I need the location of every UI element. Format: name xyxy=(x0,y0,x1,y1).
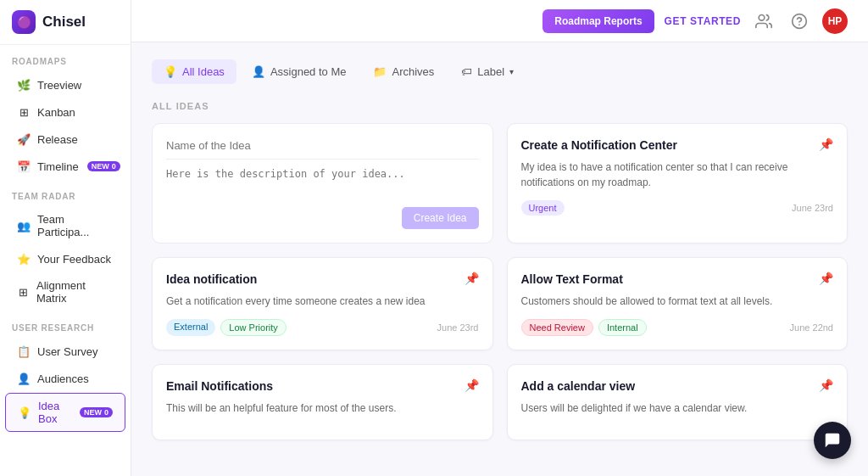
card-tags: Need Review Internal xyxy=(521,319,647,336)
release-icon: 🚀 xyxy=(17,132,31,146)
sidebar-item-kanban[interactable]: ⊞ Kanban xyxy=(5,99,125,125)
card-title: Idea notification xyxy=(166,272,257,287)
sidebar-item-timeline[interactable]: 📅 Timeline NEW 0 xyxy=(5,154,125,179)
idea-desc-input[interactable] xyxy=(166,160,479,193)
card-idea-notification: Idea notification 📌 Get a notification e… xyxy=(152,257,493,350)
card-header: Allow Text Format 📌 xyxy=(521,272,834,287)
card-header: Add a calendar view 📌 xyxy=(521,378,834,394)
roadmap-reports-button[interactable]: Roadmap Reports xyxy=(542,9,654,33)
treeview-icon: 🌿 xyxy=(17,78,31,92)
idea-name-input[interactable] xyxy=(166,139,479,160)
card-footer: External Low Priority June 23rd xyxy=(166,319,479,336)
label-icon: 🏷 xyxy=(461,65,472,78)
card-header: Email Notifications 📌 xyxy=(166,378,479,394)
tab-label[interactable]: 🏷 Label ▾ xyxy=(449,59,526,84)
card-date: June 23rd xyxy=(792,203,833,213)
app-name: Chisel xyxy=(42,14,86,31)
logo-icon: 🟣 xyxy=(12,10,36,34)
assigned-icon: 👤 xyxy=(252,65,265,78)
sidebar-item-label: Timeline xyxy=(37,160,79,173)
sidebar-item-alignment-matrix[interactable]: ⊞ Alignment Matrix xyxy=(5,273,125,311)
card-title: Allow Text Format xyxy=(521,272,623,287)
pin-icon[interactable]: 📌 xyxy=(465,272,479,285)
alignment-matrix-icon: ⊞ xyxy=(17,285,30,299)
logo-area: 🟣 Chisel xyxy=(0,0,131,45)
section-label-roadmaps: ROADMAPS xyxy=(0,45,131,71)
pin-icon[interactable]: 📌 xyxy=(819,137,833,151)
sidebar-item-label: Treeview xyxy=(37,79,81,92)
section-label-team-radar: TEAM RADAR xyxy=(0,180,131,206)
sidebar-item-your-feedback[interactable]: ⭐ Your Feedback xyxy=(5,246,125,272)
sidebar-item-label: Idea Box xyxy=(38,400,71,425)
card-footer: Need Review Internal June 22nd xyxy=(521,319,834,336)
pin-icon[interactable]: 📌 xyxy=(819,272,833,285)
sidebar-item-label: Your Feedback xyxy=(37,253,111,266)
card-header: Idea notification 📌 xyxy=(166,272,479,287)
card-email-notifications: Email Notifications 📌 This will be an he… xyxy=(152,364,493,440)
tag-need-review: Need Review xyxy=(521,319,593,336)
tag-low-priority: Low Priority xyxy=(220,319,286,336)
audiences-icon: 👤 xyxy=(17,372,31,385)
sidebar-item-label: Team Participa... xyxy=(37,213,114,238)
sidebar-item-team-participation[interactable]: 👥 Team Participa... xyxy=(5,207,125,244)
tab-all-ideas[interactable]: 💡 All Ideas xyxy=(152,59,236,84)
timeline-icon: 📅 xyxy=(17,160,31,173)
card-tags: Urgent xyxy=(521,200,565,216)
tab-bar: 💡 All Ideas 👤 Assigned to Me 📁 Archives … xyxy=(152,59,848,84)
main-area: Roadmap Reports GET STARTED HP 💡 All Ide… xyxy=(131,0,868,476)
card-date: June 23rd xyxy=(437,322,479,333)
users-icon-button[interactable] xyxy=(751,8,776,34)
help-icon-button[interactable] xyxy=(787,8,812,34)
sidebar-item-idea-box[interactable]: 💡 Idea Box NEW 0 xyxy=(5,393,125,432)
card-title: Create a Notification Center xyxy=(521,137,677,153)
archives-icon: 📁 xyxy=(373,65,387,78)
card-title: Email Notifications xyxy=(166,378,273,394)
idea-box-icon: 💡 xyxy=(18,406,31,419)
tag-internal: Internal xyxy=(598,319,647,336)
sidebar-item-release[interactable]: 🚀 Release xyxy=(5,126,125,152)
card-description: This will be an helpful feature for most… xyxy=(166,400,479,416)
card-description: My idea is to have a notification center… xyxy=(521,160,834,190)
tab-assigned-to-me[interactable]: 👤 Assigned to Me xyxy=(240,59,359,84)
section-label: ALL IDEAS xyxy=(152,101,848,111)
create-idea-button[interactable]: Create Idea xyxy=(402,207,479,229)
sidebar-item-treeview[interactable]: 🌿 Treeview xyxy=(5,72,125,98)
tag-external: External xyxy=(166,319,215,336)
card-calendar-view: Add a calendar view 📌 Users will be deli… xyxy=(507,364,849,440)
cards-grid: Create Idea Create a Notification Center… xyxy=(152,123,848,440)
card-date: June 22nd xyxy=(790,322,833,333)
sidebar-item-label: User Survey xyxy=(37,345,98,358)
card-allow-text-format: Allow Text Format 📌 Customers should be … xyxy=(507,257,849,350)
card-create-notification-center: Create a Notification Center 📌 My idea i… xyxy=(507,123,849,244)
sidebar-item-audiences[interactable]: 👤 Audiences xyxy=(5,366,125,391)
avatar[interactable]: HP xyxy=(822,8,848,34)
chat-bubble-button[interactable] xyxy=(814,422,851,459)
card-title: Add a calendar view xyxy=(521,378,636,394)
help-icon xyxy=(791,13,808,30)
card-description: Get a notification every time someone cr… xyxy=(166,294,479,309)
content-area: 💡 All Ideas 👤 Assigned to Me 📁 Archives … xyxy=(131,42,868,476)
create-idea-card: Create Idea xyxy=(152,123,493,244)
sidebar-item-label: Audiences xyxy=(37,372,89,385)
pin-icon[interactable]: 📌 xyxy=(465,378,479,392)
users-icon xyxy=(755,13,772,30)
card-description: Users will be delighted if we have a cal… xyxy=(521,400,834,416)
get-started-button[interactable]: GET STARTED xyxy=(665,15,741,27)
timeline-badge: NEW 0 xyxy=(87,161,120,171)
kanban-icon: ⊞ xyxy=(17,105,31,119)
sidebar: 🟣 Chisel ROADMAPS 🌿 Treeview ⊞ Kanban 🚀 … xyxy=(0,0,131,476)
tag-urgent: Urgent xyxy=(521,200,565,216)
tab-archives[interactable]: 📁 Archives xyxy=(361,59,446,84)
chevron-down-icon: ▾ xyxy=(509,67,514,76)
sidebar-item-label: Alignment Matrix xyxy=(36,279,114,305)
idea-box-badge: NEW 0 xyxy=(80,407,113,417)
all-ideas-icon: 💡 xyxy=(164,65,177,78)
card-tags: External Low Priority xyxy=(166,319,287,336)
sidebar-item-user-survey[interactable]: 📋 User Survey xyxy=(5,339,125,364)
svg-point-0 xyxy=(759,14,765,20)
card-description: Customers should be allowed to format te… xyxy=(521,294,834,309)
sidebar-item-label: Release xyxy=(37,133,78,146)
chat-icon xyxy=(823,431,842,450)
sidebar-item-label: Kanban xyxy=(37,106,75,119)
pin-icon[interactable]: 📌 xyxy=(819,378,833,392)
